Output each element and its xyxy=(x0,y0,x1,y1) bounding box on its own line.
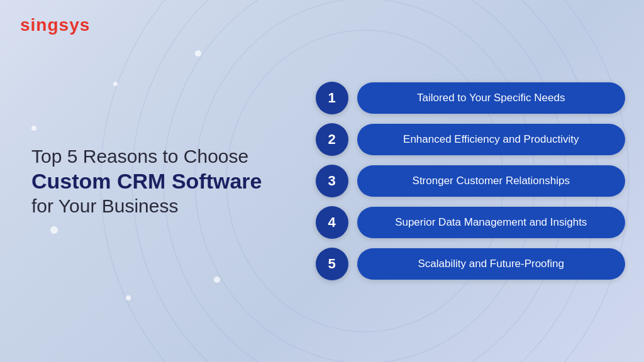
left-panel: Top 5 Reasons to Choose Custom CRM Softw… xyxy=(0,119,309,244)
dot-6 xyxy=(113,82,118,86)
reason-row-5: 5Scalability and Future-Proofing xyxy=(316,248,625,280)
reason-row-3: 3Stronger Customer Relationships xyxy=(316,165,625,197)
number-circle-4: 4 xyxy=(316,206,348,239)
logo: singsys xyxy=(20,15,90,35)
reason-pill-1: Tailored to Your Specific Needs xyxy=(357,82,625,114)
number-circle-5: 5 xyxy=(316,248,348,280)
heading-line2: Custom CRM Software xyxy=(31,168,297,194)
number-circle-2: 2 xyxy=(316,123,348,156)
reason-pill-5: Scalability and Future-Proofing xyxy=(357,248,625,280)
dot-5 xyxy=(214,277,220,283)
reason-pill-4: Superior Data Management and Insights xyxy=(357,207,625,238)
page-container: singsys Top 5 Reasons to Choose Custom C… xyxy=(0,0,644,362)
reason-pill-3: Stronger Customer Relationships xyxy=(357,165,625,197)
reason-pill-2: Enhanced Efficiency and Productivity xyxy=(357,124,625,155)
number-circle-3: 3 xyxy=(316,165,348,197)
heading-line3: for Your Business xyxy=(31,194,297,218)
right-panel: 1Tailored to Your Specific Needs2Enhance… xyxy=(309,69,644,293)
reason-row-1: 1Tailored to Your Specific Needs xyxy=(316,82,625,114)
dot-1 xyxy=(195,50,201,57)
reason-row-2: 2Enhanced Efficiency and Productivity xyxy=(316,123,625,156)
dot-4 xyxy=(126,295,131,300)
reason-row-4: 4Superior Data Management and Insights xyxy=(316,206,625,239)
heading-line1: Top 5 Reasons to Choose xyxy=(31,144,297,168)
number-circle-1: 1 xyxy=(316,82,348,114)
